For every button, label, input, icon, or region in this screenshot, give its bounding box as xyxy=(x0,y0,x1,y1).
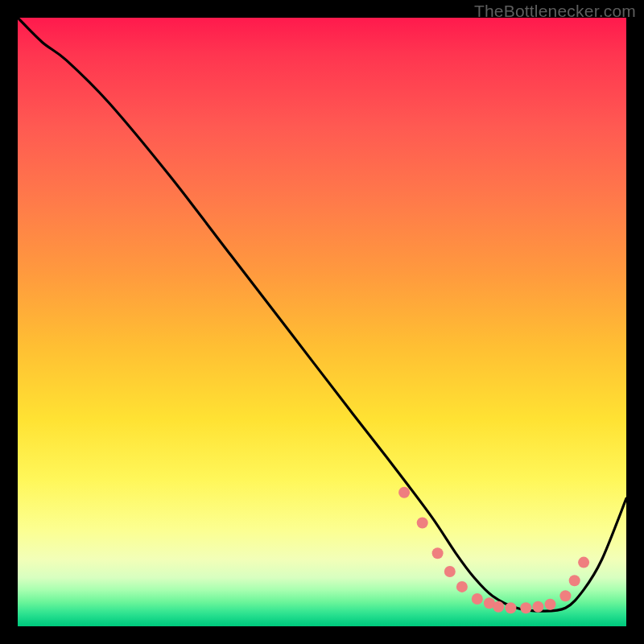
marker-dot xyxy=(505,602,516,613)
marker-dot xyxy=(569,575,580,586)
watermark-text: TheBottlenecker.com xyxy=(474,2,636,21)
marker-group xyxy=(398,487,589,614)
marker-dot xyxy=(432,547,444,559)
chart-frame xyxy=(18,18,626,626)
plot-area xyxy=(18,18,626,626)
marker-dot xyxy=(545,599,556,610)
marker-dot xyxy=(520,602,531,613)
marker-dot xyxy=(532,601,543,613)
chart-svg xyxy=(18,18,626,626)
marker-dot xyxy=(417,518,428,529)
curve-group xyxy=(18,18,626,611)
marker-dot xyxy=(493,601,504,613)
marker-dot xyxy=(444,566,456,577)
bottleneck-curve xyxy=(18,18,626,611)
marker-dot xyxy=(578,557,589,568)
marker-dot xyxy=(472,593,483,605)
marker-dot xyxy=(559,590,571,601)
marker-dot xyxy=(398,487,410,498)
marker-dot xyxy=(456,581,468,592)
